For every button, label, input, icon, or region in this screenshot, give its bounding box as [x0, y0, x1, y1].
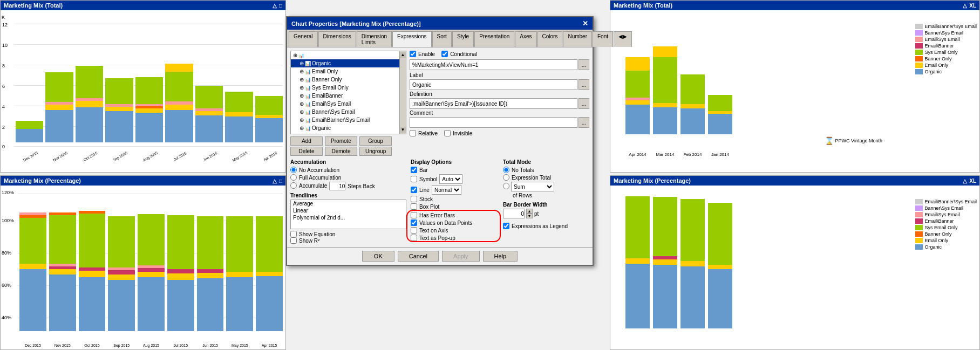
trend-average[interactable]: Average: [291, 200, 406, 207]
tab-dimensions[interactable]: Dimensions: [318, 31, 356, 47]
sum-radio-label[interactable]: [503, 183, 509, 189]
chart-bottom-left-ctrl1[interactable]: △: [273, 178, 277, 184]
tab-axes[interactable]: Axes: [515, 31, 536, 47]
enable-checkbox-label[interactable]: Enable: [410, 51, 435, 57]
box-plot-checkbox[interactable]: [411, 203, 417, 210]
label-input[interactable]: [410, 79, 577, 90]
trendlines-list[interactable]: Average Linear Polynomial of 2nd d...: [290, 200, 406, 229]
expressions-as-legend-checkbox[interactable]: [503, 223, 509, 229]
definition-input[interactable]: [410, 98, 577, 109]
chart-top-right-ctrl1[interactable]: △: [963, 3, 967, 9]
text-on-axis-checkbox[interactable]: [411, 227, 417, 234]
error-bars-label[interactable]: Has Error Bars: [411, 212, 499, 218]
relative-checkbox-label[interactable]: Relative: [410, 130, 438, 136]
tab-general[interactable]: General: [289, 31, 318, 47]
text-as-popup-checkbox[interactable]: [411, 235, 417, 241]
expr-item-emailbanner[interactable]: ⊕📊EmailBanner: [291, 92, 399, 100]
bar-checkbox-label[interactable]: Bar: [411, 167, 499, 173]
list-scrollbar[interactable]: ▲ ▼: [399, 51, 406, 134]
no-totals-label[interactable]: No Totals: [503, 167, 589, 173]
trend-polynomial[interactable]: Polynomial of 2nd d...: [291, 214, 406, 221]
conditional-value-input[interactable]: [410, 59, 577, 70]
stock-checkbox-label[interactable]: Stock: [411, 196, 499, 202]
chart-top-left-ctrl2[interactable]: □: [279, 3, 282, 9]
show-equation-checkbox[interactable]: [290, 231, 297, 237]
label-dots-button[interactable]: ...: [579, 79, 589, 90]
values-on-data-points-checkbox[interactable]: [411, 219, 417, 226]
cancel-button[interactable]: Cancel: [398, 251, 439, 262]
symbol-checkbox[interactable]: [411, 176, 417, 182]
apply-button[interactable]: Apply: [442, 251, 480, 262]
invisible-checkbox-label[interactable]: Invisible: [444, 130, 472, 136]
conditional-dots-button[interactable]: ...: [579, 59, 589, 70]
promote-button[interactable]: Promote: [325, 136, 357, 146]
line-checkbox[interactable]: [411, 187, 417, 193]
expr-item-email-banner-sys[interactable]: ⊕📊Email\Banner\Sys Email: [291, 116, 399, 124]
steps-input[interactable]: [329, 182, 345, 190]
bar-checkbox[interactable]: [411, 167, 417, 173]
error-bars-checkbox[interactable]: [411, 212, 417, 218]
show-r2-label[interactable]: Show R²: [290, 237, 319, 244]
tab-colors[interactable]: Colors: [537, 31, 563, 47]
tab-style[interactable]: Style: [452, 31, 474, 47]
box-plot-checkbox-label[interactable]: Box Plot: [411, 203, 499, 210]
tab-dimension-limits[interactable]: Dimension Limits: [357, 31, 392, 47]
show-equation-label[interactable]: Show Equation: [290, 231, 335, 237]
definition-dots-button[interactable]: ...: [579, 98, 589, 109]
chart-bottom-right-ctrl1[interactable]: △: [963, 178, 967, 184]
help-button[interactable]: Help: [483, 251, 518, 262]
chart-bottom-left-ctrl2[interactable]: □: [279, 178, 282, 184]
tab-sort[interactable]: Sort: [432, 31, 452, 47]
bar-border-down[interactable]: ▼: [526, 214, 533, 218]
accumulate-label[interactable]: Accumulate: [290, 182, 327, 189]
bar-border-up[interactable]: ▲: [526, 209, 533, 214]
comment-input[interactable]: [410, 117, 577, 128]
tab-expressions[interactable]: Expressions: [392, 31, 431, 47]
expr-item-email-sys[interactable]: ⊕📊Email\Sys Email: [291, 100, 399, 108]
no-accumulation-radio[interactable]: [290, 167, 297, 173]
dialog-close-button[interactable]: ✕: [582, 19, 588, 28]
chart-bottom-right-ctrl2[interactable]: XL: [969, 178, 976, 184]
line-select[interactable]: Normal: [432, 185, 461, 195]
trend-linear[interactable]: Linear: [291, 207, 406, 214]
no-accumulation-label[interactable]: No Accumulation: [290, 167, 406, 173]
expression-total-radio[interactable]: [503, 174, 509, 181]
full-accumulation-label[interactable]: Full Accumulation: [290, 174, 406, 181]
expression-total-label[interactable]: Expression Total: [503, 174, 589, 181]
enable-checkbox[interactable]: [410, 51, 416, 57]
conditional-checkbox-label[interactable]: Conditional: [441, 51, 477, 57]
tab-presentation[interactable]: Presentation: [474, 31, 514, 47]
expr-item-banner-sys[interactable]: ⊕📊Banner\Sys Email: [291, 108, 399, 116]
comment-dots-button[interactable]: ...: [579, 117, 589, 128]
chart-top-right-ctrl2[interactable]: XL: [969, 3, 976, 9]
full-accumulation-radio[interactable]: [290, 174, 297, 181]
sum-select[interactable]: Sum: [511, 182, 554, 191]
text-as-popup-label[interactable]: Text as Pop-up: [411, 235, 499, 241]
tab-font[interactable]: Font: [593, 31, 613, 47]
text-on-axis-label[interactable]: Text on Axis: [411, 227, 499, 234]
expressions-as-legend-label[interactable]: Expressions as Legend: [503, 223, 589, 229]
chart-top-left-ctrl1[interactable]: △: [273, 3, 277, 9]
values-on-data-points-label[interactable]: Values on Data Points: [411, 219, 499, 226]
add-button[interactable]: Add: [290, 136, 323, 146]
demote-button[interactable]: Demote: [325, 147, 357, 156]
no-totals-radio[interactable]: [503, 167, 509, 173]
invisible-checkbox[interactable]: [444, 130, 451, 136]
expr-item-organic-selected[interactable]: ⊕ 📊 Organic: [291, 59, 399, 67]
conditional-checkbox[interactable]: [441, 51, 448, 57]
ok-button[interactable]: OK: [362, 251, 394, 262]
accumulate-radio[interactable]: [290, 182, 297, 189]
symbol-checkbox-label[interactable]: Symbol: [411, 176, 437, 182]
bar-border-input[interactable]: [503, 209, 525, 218]
expr-item-banner-only[interactable]: ⊕📊Banner Only: [291, 76, 399, 84]
tab-number[interactable]: Number: [563, 31, 592, 47]
stock-checkbox[interactable]: [411, 196, 417, 202]
sum-radio[interactable]: [503, 183, 509, 189]
expression-list[interactable]: ⊕ 📊 ⊕ 📊 Organic ⊕📊Email Only: [290, 51, 406, 134]
symbol-select[interactable]: Auto: [439, 174, 462, 184]
expr-item-email-only[interactable]: ⊕📊Email Only: [291, 67, 399, 76]
expr-item-organic2[interactable]: ⊕📊Organic: [291, 124, 399, 132]
line-checkbox-label[interactable]: Line: [411, 187, 430, 193]
ungroup-button[interactable]: Ungroup: [359, 147, 392, 156]
expr-item-sys-email[interactable]: ⊕📊Sys Email Only: [291, 84, 399, 92]
